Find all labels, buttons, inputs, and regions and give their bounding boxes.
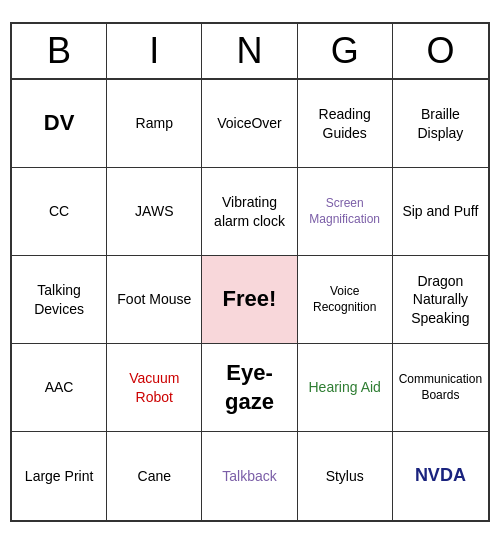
cell-10[interactable]: Talking Devices	[12, 256, 107, 344]
cell-7[interactable]: Vibrating alarm clock	[202, 168, 297, 256]
cell-18[interactable]: Hearing Aid	[298, 344, 393, 432]
cell-16[interactable]: Vacuum Robot	[107, 344, 202, 432]
cell-19[interactable]: Communication Boards	[393, 344, 488, 432]
cell-1[interactable]: Ramp	[107, 80, 202, 168]
cell-15[interactable]: AAC	[12, 344, 107, 432]
cell-13[interactable]: Voice Recognition	[298, 256, 393, 344]
cell-12[interactable]: Free!	[202, 256, 297, 344]
cell-17[interactable]: Eye-gaze	[202, 344, 297, 432]
cell-0[interactable]: DV	[12, 80, 107, 168]
cell-23[interactable]: Stylus	[298, 432, 393, 520]
cell-2[interactable]: VoiceOver	[202, 80, 297, 168]
header-n: N	[202, 24, 297, 78]
cell-5[interactable]: CC	[12, 168, 107, 256]
cell-21[interactable]: Cane	[107, 432, 202, 520]
cell-11[interactable]: Foot Mouse	[107, 256, 202, 344]
cell-22[interactable]: Talkback	[202, 432, 297, 520]
header-g: G	[298, 24, 393, 78]
header-b: B	[12, 24, 107, 78]
cell-9[interactable]: Sip and Puff	[393, 168, 488, 256]
cell-3[interactable]: Reading Guides	[298, 80, 393, 168]
bingo-header: B I N G O	[12, 24, 488, 80]
bingo-card: B I N G O DVRampVoiceOverReading GuidesB…	[10, 22, 490, 522]
header-o: O	[393, 24, 488, 78]
bingo-grid: DVRampVoiceOverReading GuidesBraille Dis…	[12, 80, 488, 520]
cell-4[interactable]: Braille Display	[393, 80, 488, 168]
cell-20[interactable]: Large Print	[12, 432, 107, 520]
header-i: I	[107, 24, 202, 78]
cell-14[interactable]: Dragon Naturally Speaking	[393, 256, 488, 344]
cell-24[interactable]: NVDA	[393, 432, 488, 520]
cell-6[interactable]: JAWS	[107, 168, 202, 256]
cell-8[interactable]: Screen Magnification	[298, 168, 393, 256]
